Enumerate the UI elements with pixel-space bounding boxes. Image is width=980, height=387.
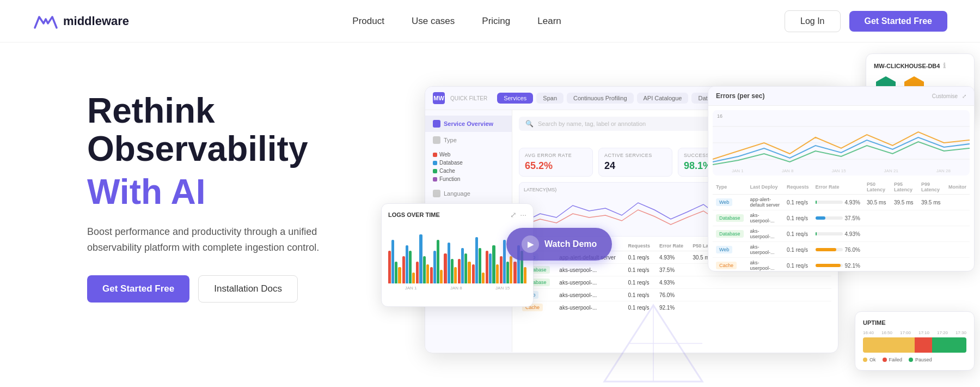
hero-title-ai: With AI xyxy=(87,173,327,211)
search-bar[interactable]: 🔍 Search by name, tag, label or annotati… xyxy=(519,117,831,131)
errors-line-chart: 16 JAN 1 xyxy=(713,110,970,176)
brand-name: middleware xyxy=(63,14,129,28)
sidebar-service-overview[interactable]: Service Overview xyxy=(425,116,512,132)
dashboard-tabs: Services Span Continuous Profiling API C… xyxy=(497,93,830,104)
svg-marker-5 xyxy=(604,305,702,382)
log-bar xyxy=(472,264,475,283)
panel-expand-icon[interactable]: ⤢ xyxy=(962,93,966,99)
watch-demo-button[interactable]: ▶ Watch Demo xyxy=(506,228,612,261)
lang-icon xyxy=(433,190,440,197)
nav-links: Product Use cases Pricing Learn xyxy=(352,16,561,27)
mt-col-p95: P95 Latency xyxy=(891,180,918,195)
pyramid-decoration xyxy=(599,300,708,387)
chart-date-4: JAN 21 xyxy=(884,168,898,173)
svg-marker-1 xyxy=(904,76,924,98)
log-bar xyxy=(454,267,457,283)
uptime-ok-label: Ok xyxy=(869,357,876,362)
log-bar xyxy=(448,243,450,283)
uptime-ok-dot xyxy=(863,358,867,362)
legend-all-good-label: All Good xyxy=(880,105,899,110)
chart-date-2: JAN 8 xyxy=(782,168,794,173)
customize-label[interactable]: Customise xyxy=(932,93,958,99)
chart-date-1: JAN 1 xyxy=(732,168,744,173)
svg-marker-0 xyxy=(876,76,896,98)
legend-error-dot xyxy=(904,105,908,110)
log-bar xyxy=(412,273,415,283)
mt-col-p50: P50 Latency xyxy=(863,180,891,195)
status-card: MW-CLICKHOUSE-DB4 ℹ All Good xyxy=(866,53,975,118)
log-bar-group xyxy=(444,243,457,283)
log-bar xyxy=(479,248,481,283)
log-bar xyxy=(492,245,495,283)
log-bar-group xyxy=(486,245,499,283)
mt-col-p99: P99 Latency xyxy=(918,180,945,195)
uptime-title: UPTIME xyxy=(863,319,966,326)
metrics-panel-title: Errors (per sec) xyxy=(716,92,764,100)
mt-col-type: Type xyxy=(713,180,747,195)
log-bar xyxy=(409,251,412,283)
metrics-panel: Errors (per sec) Customise ⤢ 16 xyxy=(708,86,975,271)
tab-database[interactable]: Database xyxy=(691,93,730,104)
sidebar-icon-2 xyxy=(433,136,440,144)
col-monitor: Monitor xyxy=(805,241,831,251)
log-bar xyxy=(461,248,464,283)
sidebar-item-2[interactable]: Type xyxy=(425,132,512,148)
table-row: Cache aks-userpool-... 0.1 req/s 92.1% xyxy=(713,258,970,272)
get-started-button[interactable]: Get Started Free xyxy=(849,11,947,32)
hex-green-icon xyxy=(874,75,898,99)
hex-orange-icon xyxy=(902,75,926,99)
nav-pricing[interactable]: Pricing xyxy=(482,16,510,26)
errors-svg xyxy=(713,110,970,176)
log-bar xyxy=(506,262,509,283)
metrics-table: Type Last Deploy Requests Error Rate P50… xyxy=(713,180,970,271)
logs-controls: ⤢ ··· xyxy=(510,210,526,219)
uptime-paused-label: Paused xyxy=(915,357,932,362)
log-bar xyxy=(458,259,461,283)
metric-success-rate: SUCCESS RATE 98.1% xyxy=(678,148,752,177)
log-bar xyxy=(416,262,419,283)
hero-get-started-button[interactable]: Get Started Free xyxy=(87,275,189,303)
tab-services[interactable]: Services xyxy=(497,93,533,104)
nav-learn[interactable]: Learn xyxy=(537,16,561,26)
log-bar xyxy=(440,270,443,283)
search-icon: 🔍 xyxy=(525,120,534,128)
log-bar xyxy=(423,256,426,283)
log-bar xyxy=(500,256,503,283)
tab-profiling[interactable]: Continuous Profiling xyxy=(567,93,633,104)
log-bar xyxy=(464,253,467,283)
log-bar xyxy=(426,264,429,283)
logs-title: LOGS OVER TIME xyxy=(388,211,440,218)
uptime-failed-label: Failed xyxy=(889,357,903,362)
hero-installation-docs-button[interactable]: Installation Docs xyxy=(198,275,298,303)
log-bar-group xyxy=(472,237,485,283)
log-bar-group xyxy=(430,240,443,283)
brand-logo[interactable]: middleware xyxy=(33,13,129,30)
log-bar xyxy=(489,253,492,283)
dashboard-logo: MW xyxy=(433,92,445,104)
dashboard-body: Service Overview Type Web Database xyxy=(425,110,838,352)
uptime-card: UPTIME 16:40 16:50 17:00 17:10 17:20 17:… xyxy=(855,311,975,371)
table-row: Web aks-userpool-... 0.1 req/s 76.0% xyxy=(713,242,970,258)
tab-api[interactable]: API Catalogue xyxy=(637,93,689,104)
status-legend: All Good Error Warning xyxy=(874,105,966,110)
dashboard-main: MW QUICK FILTER Services Span Continuous… xyxy=(425,86,838,353)
nav-product[interactable]: Product xyxy=(352,16,384,26)
table-row: Database aks-userpool-... 0.1 req/s 37.5… xyxy=(713,210,970,226)
tab-span[interactable]: Span xyxy=(536,93,564,104)
sidebar-language[interactable]: Language xyxy=(425,185,512,202)
expand-icon[interactable]: ⤢ xyxy=(510,210,517,219)
chart-date-3: JAN 15 xyxy=(831,168,846,173)
mt-col-monitor: Monitor xyxy=(945,180,970,195)
mt-col-error-rate: Error Rate xyxy=(812,180,863,195)
nav-use-cases[interactable]: Use cases xyxy=(412,16,455,26)
login-button[interactable]: Log In xyxy=(785,10,840,32)
log-bar xyxy=(451,259,454,283)
uptime-legend: Ok Failed Paused xyxy=(863,357,966,362)
more-icon[interactable]: ··· xyxy=(520,210,526,219)
log-bar xyxy=(524,267,526,283)
table-row: Database aks-userpool-... 0.1 req/s 4.93… xyxy=(519,276,831,289)
watch-demo-label: Watch Demo xyxy=(544,239,597,249)
metrics-panel-content: 16 JAN 1 xyxy=(708,106,974,271)
metric-max-latency: MAX LATENCY 103.86 xyxy=(757,148,831,177)
log-bar xyxy=(503,240,506,283)
